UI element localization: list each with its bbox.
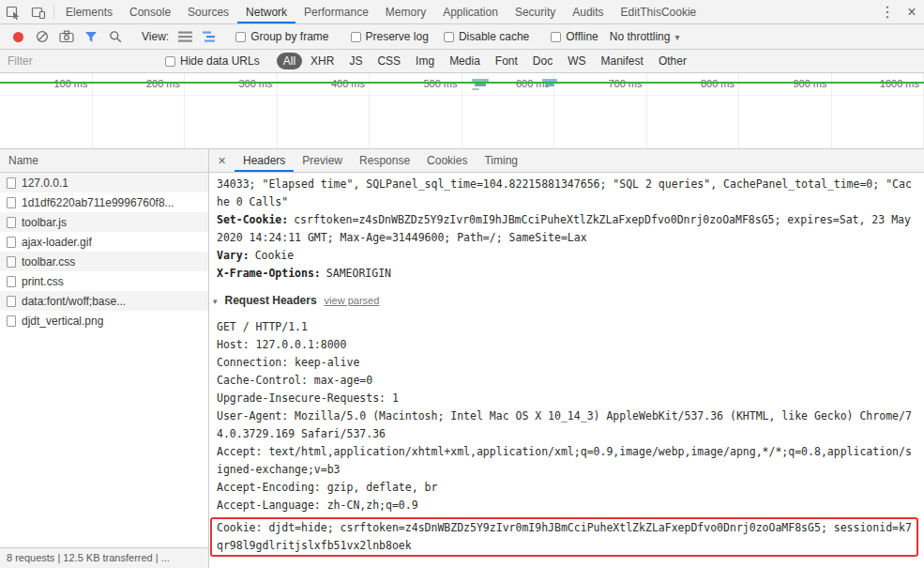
record-icon — [13, 32, 23, 42]
filter-pill-other[interactable]: Other — [652, 53, 693, 69]
timeline-tick-label: 700 ms — [608, 78, 642, 89]
filter-icon[interactable] — [79, 24, 103, 49]
capture-screenshots-icon[interactable] — [54, 24, 79, 49]
filter-pill-doc[interactable]: Doc — [526, 53, 559, 69]
tab-memory[interactable]: Memory — [377, 0, 434, 23]
response-header-line: Set-Cookie:csrftoken=z4sDnWBZDz5Y9zIvr0m… — [217, 211, 916, 247]
request-row[interactable]: toolbar.js — [0, 212, 208, 232]
request-row[interactable]: toolbar.css — [0, 252, 208, 271]
request-row[interactable]: 1d1df6220ab711e9996760f8... — [0, 192, 208, 212]
disable-cache-checkbox[interactable]: Disable cache — [444, 30, 529, 43]
raw-request-line: Cache-Control: max-age=0 — [217, 372, 916, 390]
devtools-tabbar: Elements Console Sources Network Perform… — [0, 0, 924, 24]
close-detail-icon[interactable]: × — [209, 149, 235, 172]
filter-pill-xhr[interactable]: XHR — [304, 53, 341, 69]
timeline-column: 500 ms — [370, 73, 462, 148]
timeline-column: 100 ms — [0, 73, 93, 148]
offline-label: Offline — [566, 30, 598, 43]
inspect-element-icon[interactable] — [0, 0, 25, 23]
checkbox-icon — [551, 32, 561, 42]
detail-tab-response[interactable]: Response — [351, 149, 418, 172]
checkbox-icon — [444, 32, 454, 42]
image-file-icon — [7, 237, 16, 248]
filter-input[interactable] — [8, 53, 158, 69]
tab-console[interactable]: Console — [121, 0, 179, 23]
preserve-log-checkbox[interactable]: Preserve log — [351, 30, 429, 43]
disclosure-triangle-icon: ▾ — [213, 293, 218, 311]
tab-elements[interactable]: Elements — [57, 0, 121, 23]
request-row[interactable]: djdt_vertical.png — [0, 311, 208, 330]
header-value: SAMEORIGIN — [326, 267, 391, 280]
network-main-area: Name 127.0.0.1 1d1df6220ab711e9996760f8.… — [0, 149, 924, 568]
timeline-tick-label: 400 ms — [331, 78, 365, 89]
font-file-icon — [7, 296, 16, 307]
tab-performance[interactable]: Performance — [295, 0, 377, 23]
throttling-dropdown[interactable]: No throttling ▾ — [610, 30, 680, 43]
document-file-icon — [7, 177, 16, 189]
hide-data-urls-checkbox[interactable]: Hide data URLs — [165, 54, 260, 68]
separator — [53, 5, 54, 19]
more-options-icon[interactable]: ⋮ — [875, 0, 900, 23]
request-row[interactable]: print.css — [0, 271, 208, 291]
device-toolbar-icon[interactable] — [25, 0, 51, 23]
timeline-tick-label: 900 ms — [793, 78, 826, 89]
filter-pill-manifest[interactable]: Manifest — [595, 53, 650, 69]
request-row[interactable]: ajax-loader.gif — [0, 232, 208, 252]
detail-tab-cookies[interactable]: Cookies — [418, 149, 476, 172]
view-parsed-link[interactable]: view parsed — [325, 292, 380, 310]
name-column-header[interactable]: Name — [0, 149, 208, 173]
image-file-icon — [7, 315, 16, 327]
group-by-frame-label: Group by frame — [250, 30, 328, 43]
detail-tab-timing[interactable]: Timing — [476, 149, 526, 172]
checkbox-icon — [235, 32, 246, 42]
filter-pill-all[interactable]: All — [277, 53, 302, 69]
filter-pill-font[interactable]: Font — [489, 53, 524, 69]
tab-editthiscookie[interactable]: EditThisCookie — [613, 0, 705, 23]
network-filter-bar: Hide data URLs All XHR JS CSS Img Media … — [0, 50, 924, 73]
network-toolbar: View: Group by frame Preserve log Disabl… — [0, 24, 924, 50]
large-request-rows-icon[interactable] — [173, 24, 197, 49]
waterfall-bar — [472, 79, 489, 82]
timeline-tick-label: 1000 ms — [880, 78, 919, 89]
group-by-frame-checkbox[interactable]: Group by frame — [235, 30, 328, 43]
timeline-tick-label: 500 ms — [423, 78, 457, 89]
tab-audits[interactable]: Audits — [564, 0, 612, 23]
checkbox-icon — [165, 56, 175, 67]
waterfall-bar — [475, 84, 486, 86]
header-name: Vary: — [217, 249, 250, 262]
filter-pill-js[interactable]: JS — [342, 53, 369, 69]
filter-pill-media[interactable]: Media — [443, 53, 487, 69]
font-file-icon — [7, 197, 16, 208]
timeline-tick-label: 200 ms — [146, 78, 180, 89]
throttling-value: No throttling — [610, 30, 671, 43]
hide-data-urls-label: Hide data URLs — [180, 54, 260, 68]
raw-request-line: User-Agent: Mozilla/5.0 (Macintosh; Inte… — [217, 407, 916, 443]
disable-cache-label: Disable cache — [459, 30, 529, 43]
detail-tab-preview[interactable]: Preview — [294, 149, 351, 172]
request-row[interactable]: data:font/woff;base... — [0, 291, 208, 311]
timeline-column: 200 ms — [93, 73, 186, 148]
offline-checkbox[interactable]: Offline — [551, 30, 598, 43]
close-devtools-icon[interactable]: × — [900, 0, 924, 23]
timeline-column: 300 ms — [185, 73, 278, 148]
header-name: Set-Cookie: — [217, 213, 288, 226]
response-header-line: X-Frame-Options:SAMEORIGIN — [217, 265, 916, 283]
tab-sources[interactable]: Sources — [179, 0, 237, 23]
request-headers-section-header[interactable]: ▾ Request Headers view parsed — [213, 292, 916, 311]
search-icon[interactable] — [103, 24, 128, 49]
tab-security[interactable]: Security — [507, 0, 564, 23]
detail-tab-headers[interactable]: Headers — [235, 149, 294, 172]
network-overview-timeline[interactable]: 100 ms 200 ms 300 ms 400 ms 500 ms 600 m… — [0, 73, 924, 149]
filter-pill-ws[interactable]: WS — [561, 53, 592, 69]
raw-request-line: Accept-Encoding: gzip, deflate, br — [217, 479, 916, 497]
show-overview-icon[interactable] — [197, 24, 221, 49]
request-name: 127.0.0.1 — [22, 177, 68, 190]
clear-network-log-button[interactable] — [30, 24, 54, 49]
filter-pill-css[interactable]: CSS — [371, 53, 407, 69]
record-network-log-button[interactable] — [6, 24, 30, 49]
tab-application[interactable]: Application — [434, 0, 507, 23]
resource-type-filters: All XHR JS CSS Img Media Font Doc WS Man… — [277, 53, 693, 69]
request-row[interactable]: 127.0.0.1 — [0, 173, 208, 192]
tab-network[interactable]: Network — [237, 0, 295, 23]
filter-pill-img[interactable]: Img — [409, 53, 441, 69]
